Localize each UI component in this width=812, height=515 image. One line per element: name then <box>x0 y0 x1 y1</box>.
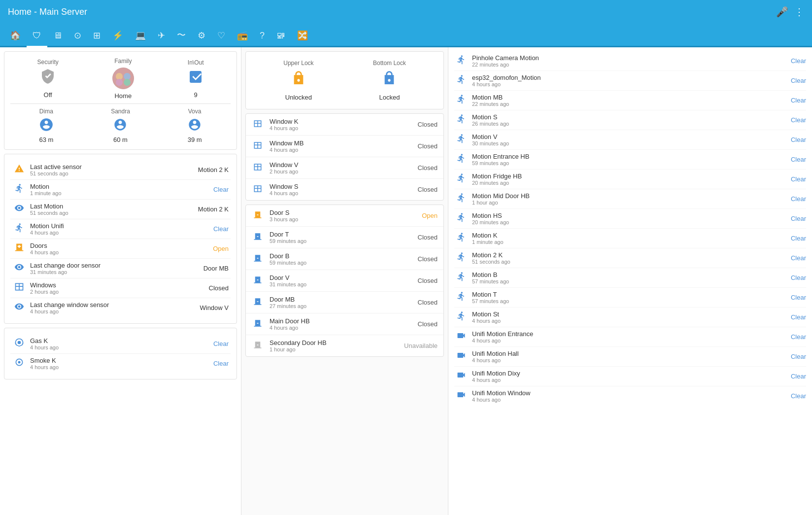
door-list-name: Door V <box>270 274 418 281</box>
walk-icon <box>454 311 468 323</box>
app-title: Home - Main Server <box>8 7 87 17</box>
nav-hierarchy[interactable]: 🔀 <box>291 25 314 47</box>
windows-time: 2 hours ago <box>30 289 209 295</box>
door-list-info: Door S 3 hours ago <box>270 209 422 222</box>
door-list-item: Door T 59 minutes ago Closed <box>246 227 443 248</box>
motion-time: 20 minutes ago <box>472 180 791 186</box>
motion-clear-button[interactable]: Clear <box>791 175 806 183</box>
walk-icon <box>454 212 468 225</box>
door-list-time: 59 minutes ago <box>270 238 418 244</box>
motion-info: Unifi Motion Dixy 4 hours ago <box>472 370 791 383</box>
nav-circle[interactable]: ⊙ <box>68 25 87 47</box>
motion-clear-button[interactable]: Clear <box>791 97 806 104</box>
motion-list-row: Motion 2 K 51 seconds ago Clear <box>454 248 806 268</box>
door-list-status: Closed <box>418 320 438 328</box>
motion-clear-button[interactable]: Clear <box>791 274 806 281</box>
door-list-icon <box>252 319 264 330</box>
motion-clear-button[interactable]: Clear <box>791 373 806 380</box>
divider-1 <box>10 103 231 104</box>
nav-shield[interactable]: 🛡 <box>27 26 47 47</box>
bottom-lock-icon <box>381 70 397 90</box>
door-list-status: Open <box>422 212 438 219</box>
last-window-row: Last change window sensor 4 hours ago Wi… <box>10 298 231 317</box>
nav-lightning[interactable]: ⚡ <box>106 25 129 47</box>
walk-icon <box>454 74 468 87</box>
smoke-icon <box>12 357 26 370</box>
motion-clear-button[interactable]: Clear <box>791 294 806 301</box>
smoke-time: 4 hours ago <box>30 364 213 370</box>
sandra-label: Sandra <box>111 108 130 115</box>
motion-1-name: Motion <box>30 183 213 190</box>
walk-icon <box>454 55 468 67</box>
walk-icon <box>454 114 468 126</box>
sandra-value: 60 m <box>113 136 128 143</box>
window-list-item: Window K 4 hours ago Closed <box>246 114 443 136</box>
more-icon[interactable]: ⋮ <box>794 6 804 18</box>
door-list-name: Main Door HB <box>270 317 418 325</box>
door-list-info: Door B 59 minutes ago <box>270 252 418 266</box>
walk-icon <box>454 272 468 284</box>
door-list-icon <box>252 210 264 221</box>
nav-airplane[interactable]: ✈ <box>152 25 171 47</box>
motion-clear-button[interactable]: Clear <box>791 195 806 203</box>
window-list-item: Window V 2 hours ago Closed <box>246 157 443 179</box>
header-icons: 🎤 ⋮ <box>776 6 804 18</box>
top-header: Home - Main Server 🎤 ⋮ <box>0 0 812 24</box>
presence-row-1: Security Off Family <box>10 58 231 100</box>
lock-row: Upper Lock Unlocked Bottom Lock Locked <box>254 60 436 101</box>
door-list-item: Main Door HB 4 hours ago Closed <box>246 313 443 335</box>
gas-time: 4 hours ago <box>30 344 213 350</box>
inout-item: In\Out 9 <box>188 59 204 99</box>
motion-name: Motion S <box>472 113 791 121</box>
last-door-value: Door MB <box>203 265 229 272</box>
nav-heart[interactable]: ♡ <box>211 25 231 47</box>
nav-monitor[interactable]: 🖳 <box>271 26 291 47</box>
door-list-status: Closed <box>418 234 438 241</box>
nav-screen[interactable]: 🖥 <box>47 26 68 47</box>
dima-item: Dima 63 m <box>39 108 53 143</box>
door-list-info: Door V 31 minutes ago <box>270 274 418 287</box>
motion-time: 20 minutes ago <box>472 219 791 225</box>
motion-clear-button[interactable]: Clear <box>791 116 806 124</box>
motion-clear-button[interactable]: Clear <box>791 254 806 262</box>
windows-row: Windows 2 hours ago Closed <box>10 278 231 298</box>
nav-home[interactable]: 🏠 <box>4 25 27 47</box>
sensors-card: Last active sensor 51 seconds ago Motion… <box>4 154 237 324</box>
motion-list-row: Motion B 57 minutes ago Clear <box>454 268 806 288</box>
motion-clear-button[interactable]: Clear <box>791 77 806 84</box>
door-list-time: 59 minutes ago <box>270 260 418 266</box>
nav-radio[interactable]: 📻 <box>231 25 254 47</box>
presence-row-2: Dima 63 m Sandra 60 m Vova <box>10 108 231 143</box>
upper-lock-icon <box>291 70 306 90</box>
motion-clear-button[interactable]: Clear <box>791 156 806 163</box>
bottom-lock-item: Bottom Lock Locked <box>373 60 406 101</box>
motion-list-row: Motion V 30 minutes ago Clear <box>454 130 806 150</box>
motion-list-row: Motion Fridge HB 20 minutes ago Clear <box>454 170 806 189</box>
motion-time: 4 hours ago <box>472 377 791 383</box>
nav-question[interactable]: ? <box>254 26 271 47</box>
motion-clear-button[interactable]: Clear <box>791 215 806 222</box>
motion-info: Unifi Motion Entrance 4 hours ago <box>472 330 791 343</box>
gas-info: Gas K 4 hours ago <box>30 337 213 350</box>
nav-wave[interactable]: 〜 <box>171 24 192 47</box>
motion-clear-button[interactable]: Clear <box>791 57 806 65</box>
nav-laptop[interactable]: 💻 <box>129 25 152 47</box>
last-window-value: Window V <box>200 304 229 311</box>
nav-gear[interactable]: ⚙ <box>192 25 211 47</box>
motion-clear-button[interactable]: Clear <box>791 313 806 321</box>
motion-row-1: Motion 1 minute ago Clear <box>10 180 231 200</box>
door-list-icon <box>252 341 264 351</box>
door-list-item: Door B 59 minutes ago Closed <box>246 248 443 270</box>
motion-list-row: Pinhole Camera Motion 22 minutes ago Cle… <box>454 51 806 71</box>
motion-clear-button[interactable]: Clear <box>791 392 806 400</box>
nav-grid[interactable]: ⊞ <box>87 25 106 47</box>
motion-clear-button[interactable]: Clear <box>791 136 806 143</box>
motion-clear-button[interactable]: Clear <box>791 333 806 341</box>
motion-clear-button[interactable]: Clear <box>791 353 806 360</box>
motion-clear-button[interactable]: Clear <box>791 235 806 242</box>
mic-icon[interactable]: 🎤 <box>776 6 788 18</box>
security-icon <box>40 69 56 88</box>
motion-name: Unifi Motion Window <box>472 389 791 397</box>
motion-time: 30 minutes ago <box>472 140 791 146</box>
motion-list-row: Motion S 26 minutes ago Clear <box>454 110 806 130</box>
